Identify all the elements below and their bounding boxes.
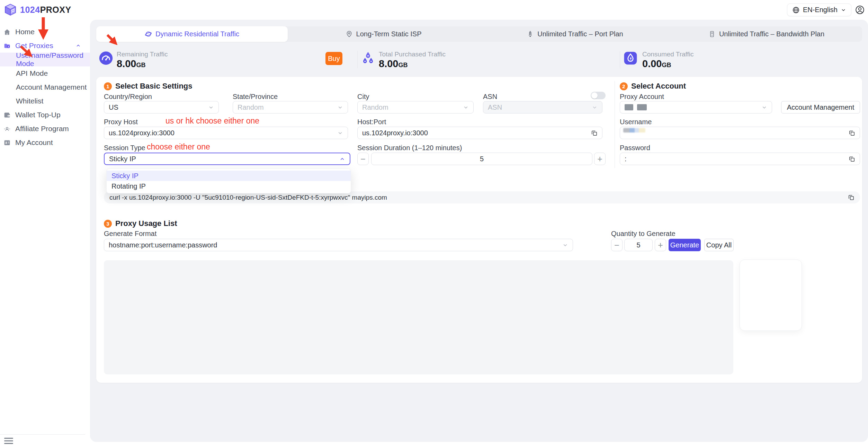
map-pin-icon (346, 30, 353, 38)
generated-proxy-list-area (104, 260, 733, 374)
session-type-annotation: choose either one (147, 142, 210, 152)
duration-input[interactable]: 5 (371, 153, 592, 165)
card-column-divider (615, 81, 615, 168)
chevron-down-icon (208, 105, 214, 110)
account-management-button[interactable]: Account Management (781, 101, 860, 113)
section-proxy-usage-list: 3 Proxy Usage List (104, 219, 177, 228)
asn-toggle[interactable] (591, 92, 606, 99)
city-select[interactable]: Random (357, 101, 474, 113)
option-rotating-ip[interactable]: Rotating IP (107, 181, 351, 191)
sidebar-item-whitelist[interactable]: Whitelist (0, 94, 90, 108)
chevron-down-icon (761, 105, 767, 110)
generate-format-select[interactable]: hostname:port:username:password (104, 239, 573, 251)
state-select[interactable]: Random (233, 101, 348, 113)
username-field[interactable] (620, 127, 860, 139)
section-title: Select Basic Settings (115, 82, 193, 91)
redacted-account-text (625, 104, 633, 110)
session-type-label: Session Type (104, 144, 145, 152)
proxy-account-label: Proxy Account (620, 93, 664, 101)
username-label: Username (620, 118, 652, 126)
proxy-host-annotation: us or hk choose either one (165, 116, 259, 126)
copy-username-icon[interactable] (849, 130, 855, 136)
host-port-field[interactable]: us.1024proxy.io:3000 (357, 127, 602, 139)
affiliate-people-icon (3, 125, 11, 133)
section-number-badge: 1 (104, 82, 112, 90)
sidebar-item-home[interactable]: Home (0, 25, 90, 39)
hamburger-icon (4, 437, 13, 444)
city-label: City (357, 93, 369, 101)
section-basic-settings: 1 Select Basic Settings (104, 82, 193, 91)
globe-icon (792, 6, 800, 14)
chevron-up-icon (339, 156, 345, 162)
sidebar-item-account-management[interactable]: Account Management (0, 80, 90, 94)
server-icon (708, 30, 716, 38)
chevron-down-icon (841, 7, 846, 13)
floating-widget-card (740, 260, 802, 331)
asn-select[interactable]: ASN (483, 101, 602, 113)
copy-host-port-icon[interactable] (591, 130, 598, 136)
brand-name: 1024PROXY (20, 5, 71, 15)
buy-button[interactable]: Buy (325, 52, 342, 65)
curl-command-text: curl -x us.1024proxy.io:3000 -U "5uc9101… (109, 194, 387, 201)
duration-decrement-button[interactable]: − (357, 153, 369, 165)
wallet-icon (3, 111, 11, 119)
password-field[interactable]: : (620, 153, 860, 165)
generate-button[interactable]: Generate (669, 239, 701, 251)
country-select[interactable]: US (104, 101, 219, 113)
copy-all-button[interactable]: Copy All (704, 239, 734, 251)
sidebar-collapse-button[interactable] (4, 437, 13, 444)
chevron-down-icon (463, 105, 469, 110)
quantity-label: Quantity to Generate (611, 230, 675, 238)
chevron-down-icon (592, 105, 598, 110)
language-label: EN-English (803, 6, 838, 14)
country-label: Country/Region (104, 93, 152, 101)
id-card-icon (3, 139, 11, 146)
tab-long-term-static-isp[interactable]: Long-Term Static ISP (288, 26, 479, 42)
consumed-traffic-label: Consumed Traffic (642, 51, 694, 58)
sidebar-item-api-mode[interactable]: API Mode (0, 66, 90, 80)
purchased-traffic-drops-icon (361, 51, 375, 65)
home-icon (3, 28, 11, 36)
session-type-dropdown: Sticky IP Rotating IP (106, 169, 351, 193)
chevron-down-icon (337, 105, 343, 110)
chevron-down-icon (337, 130, 343, 136)
session-duration-label: Session Duration (1–120 minutes) (357, 144, 462, 152)
remaining-traffic-value: 8.00GB (117, 58, 145, 70)
tab-dynamic-residential-traffic[interactable]: Dynamic Residential Traffic (96, 26, 288, 42)
user-avatar-icon[interactable] (855, 5, 865, 15)
sidebar-item-affiliate-program[interactable]: Affiliate Program (0, 122, 90, 136)
sidebar-divider (0, 434, 85, 435)
quantity-decrement-button[interactable]: − (611, 239, 623, 251)
brand-logo[interactable]: 1024PROXY (3, 3, 71, 17)
app-header: 1024PROXY EN-English (0, 0, 868, 20)
tab-unlimited-traffic-bandwidth-plan[interactable]: Unlimited Traffic – Bandwidth Plan (671, 26, 862, 42)
state-label: State/Province (233, 93, 278, 101)
sidebar-item-wallet-top-up[interactable]: Wallet Top-Up (0, 108, 90, 122)
quantity-input[interactable]: 5 (624, 239, 653, 251)
copy-password-icon[interactable] (849, 156, 855, 162)
option-sticky-ip[interactable]: Sticky IP (107, 171, 351, 181)
language-selector[interactable]: EN-English (787, 3, 851, 16)
sidebar-item-username-password-mode[interactable]: Username/Password Mode (0, 53, 90, 66)
stats-divider (357, 51, 358, 68)
toggle-knob (591, 92, 598, 99)
generate-format-label: Generate Format (104, 230, 156, 238)
host-port-label: Host:Port (357, 118, 386, 126)
section-title: Select Account (631, 82, 686, 91)
copy-curl-icon[interactable] (848, 194, 854, 201)
chevron-down-icon (562, 242, 568, 248)
sidebar-item-get-proxies[interactable]: Get Proxies (0, 39, 90, 53)
remaining-traffic-label: Remaining Traffic (117, 51, 168, 58)
proxy-account-select[interactable] (620, 101, 772, 113)
tab-unlimited-traffic-port-plan[interactable]: Unlimited Traffic – Port Plan (479, 26, 671, 42)
proxy-host-label: Proxy Host (104, 118, 138, 126)
stats-divider (620, 51, 620, 68)
session-type-select[interactable]: Sticky IP (104, 153, 350, 165)
sidebar-item-my-account[interactable]: My Account (0, 136, 90, 149)
proxy-host-select[interactable]: us.1024proxy.io:3000 (104, 127, 348, 139)
duration-increment-button[interactable]: + (594, 153, 606, 165)
cube-logo-icon (3, 3, 17, 17)
asn-label: ASN (483, 93, 497, 101)
quantity-increment-button[interactable]: + (655, 239, 666, 251)
remaining-traffic-gauge-icon (99, 51, 113, 65)
